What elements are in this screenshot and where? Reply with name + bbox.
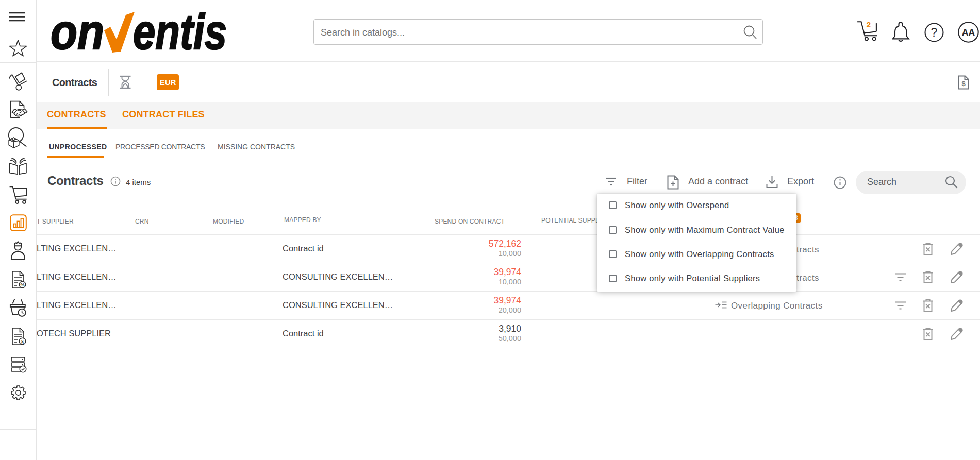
svg-text:%: % — [20, 282, 24, 287]
svg-text:$: $ — [961, 80, 966, 88]
svg-text:on: on — [51, 10, 104, 53]
svg-text:entis: entis — [133, 10, 227, 53]
svg-text:AA: AA — [962, 27, 975, 38]
svg-text:2: 2 — [867, 21, 871, 29]
svg-text:§: § — [21, 339, 24, 344]
svg-text:?: ? — [931, 26, 938, 39]
